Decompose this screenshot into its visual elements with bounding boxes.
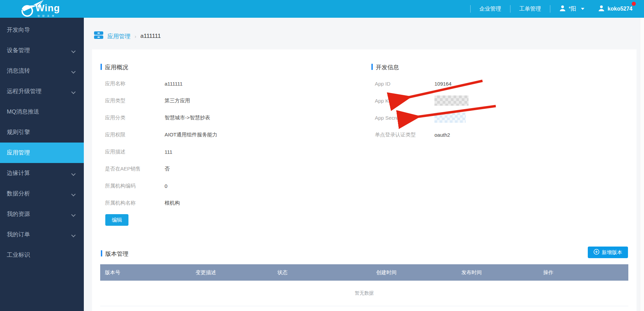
notification-dot	[632, 2, 636, 6]
field-row: App Secret	[375, 109, 579, 126]
nav-workorder-management[interactable]: 工单管理	[519, 5, 541, 13]
account-name: koko5274	[608, 6, 632, 12]
sidebar-item-message-flow[interactable]: 消息流转	[0, 61, 84, 81]
sidebar-item-remote-upgrade[interactable]: 远程升级管理	[0, 81, 84, 102]
chevron-down-icon	[71, 212, 76, 217]
app-key-masked-value	[434, 95, 469, 106]
app-name-value: a111111	[165, 81, 183, 87]
dev-info-fields: App ID109164 App Key App Secret 单点登录认证类型…	[375, 75, 579, 143]
user-menu[interactable]: *阳	[559, 5, 584, 13]
section-title-dev-info: 开发信息	[376, 63, 399, 71]
app-type-value: 第三方应用	[165, 98, 190, 104]
sidebar-item-device-management[interactable]: 设备管理	[0, 40, 84, 61]
app-permission-value: AIOT通用组件服务能力	[165, 132, 217, 138]
col-actions: 操作	[538, 264, 628, 281]
sidebar-item-data-analysis[interactable]: 数据分析	[0, 183, 84, 204]
col-create-time: 创建时间	[371, 264, 457, 281]
col-status: 状态	[273, 264, 371, 281]
field-row: 应用权限AIOT通用组件服务能力	[105, 126, 350, 143]
plus-circle-icon	[594, 249, 599, 256]
nav-divider	[550, 5, 550, 13]
sidebar-item-my-resources[interactable]: 我的资源	[0, 204, 84, 224]
section-title-version-management: 版本管理	[105, 250, 128, 258]
nav-enterprise-management[interactable]: 企业管理	[479, 5, 501, 13]
org-code-value: 0	[165, 183, 167, 189]
chevron-down-icon	[71, 90, 76, 94]
field-row: 应用类型第三方应用	[105, 92, 350, 109]
add-version-label: 新增版本	[602, 249, 622, 256]
app-id-value: 109164	[434, 81, 451, 87]
sidebar-item-dev-wizard[interactable]: 开发向导	[0, 20, 84, 40]
section-title-app-overview: 应用概况	[105, 63, 128, 71]
nav-divider	[510, 5, 510, 13]
version-table-header: 版本号 变更描述 状态 创建时间 发布时间 操作	[100, 264, 628, 281]
field-row: App ID109164	[375, 75, 579, 92]
version-table: 版本号 变更描述 状态 创建时间 发布时间 操作 暂无数据	[100, 264, 628, 306]
sidebar-item-edge-computing[interactable]: 边缘计算	[0, 163, 84, 183]
chevron-down-icon	[71, 233, 76, 237]
top-header: Wing 智联未来 企业管理 工单管理 *阳 koko5274	[0, 0, 644, 18]
app-detail-card: 应用概况 应用名称a111111 应用类型第三方应用 应用分类智慧城市->智慧抄…	[92, 49, 637, 311]
sidebar-item-mq-push[interactable]: MQ消息推送	[0, 102, 84, 122]
app-window: Wing 智联未来 企业管理 工单管理 *阳 koko5274	[0, 0, 644, 311]
sidebar-item-my-orders[interactable]: 我的订单	[0, 224, 84, 245]
user-name: *阳	[569, 5, 576, 13]
col-version-number: 版本号	[100, 264, 191, 281]
field-row: 应用描述111	[105, 143, 350, 160]
aep-sale-value: 否	[165, 166, 170, 172]
edit-button[interactable]: 编辑	[105, 214, 128, 226]
field-row: 单点登录认证类型oauth2	[375, 126, 579, 143]
app-overview-fields: 应用名称a111111 应用类型第三方应用 应用分类智慧城市->智慧抄表 应用权…	[105, 75, 350, 211]
field-row: 是否在AEP销售否	[105, 160, 350, 177]
logo-subtext: 智联未来	[37, 14, 57, 18]
col-change-description: 变更描述	[191, 264, 273, 281]
field-row: 应用分类智慧城市->智慧抄表	[105, 109, 350, 126]
app-description-value: 111	[165, 149, 172, 155]
sidebar-item-rule-engine[interactable]: 规则引擎	[0, 122, 84, 143]
chevron-down-icon	[71, 49, 76, 53]
sidebar: 开发向导 设备管理 消息流转 远程升级管理 MQ消息推送 规则引擎 应用管理 边…	[0, 18, 84, 311]
chevron-down-icon	[71, 192, 76, 196]
add-version-button[interactable]: 新增版本	[588, 247, 628, 258]
breadcrumb-current-app: a111111	[140, 33, 161, 40]
sidebar-item-industrial-id[interactable]: 工业标识	[0, 245, 84, 265]
breadcrumb: 应用管理 › a111111	[94, 29, 161, 43]
breadcrumb-separator: ›	[135, 33, 136, 39]
sso-type-value: oauth2	[434, 132, 450, 138]
app-management-icon	[94, 31, 103, 41]
sidebar-item-app-management[interactable]: 应用管理	[0, 143, 84, 163]
chevron-down-icon	[71, 69, 76, 74]
logo-text: Wing	[35, 3, 60, 14]
user-icon	[559, 5, 566, 13]
account-menu[interactable]: koko5274	[598, 5, 632, 13]
ctwing-logo[interactable]: Wing 智联未来	[20, 1, 71, 18]
chevron-down-icon	[581, 8, 584, 10]
col-publish-time: 发布时间	[457, 264, 538, 281]
chevron-down-icon	[71, 172, 76, 176]
empty-table-placeholder: 暂无数据	[100, 281, 628, 306]
vertical-scrollbar[interactable]	[640, 18, 644, 311]
breadcrumb-app-management[interactable]: 应用管理	[107, 32, 131, 40]
field-row: App Key	[375, 92, 579, 109]
top-nav: 企业管理 工单管理 *阳 koko5274	[461, 0, 632, 18]
field-row: 所属机构编码0	[105, 177, 350, 194]
nav-divider	[470, 5, 471, 13]
org-name-value: 根机构	[165, 200, 180, 206]
account-icon	[598, 5, 605, 13]
field-row: 所属机构名称根机构	[105, 194, 350, 211]
field-row: 应用名称a111111	[105, 75, 350, 92]
app-category-value: 智慧城市->智慧抄表	[165, 115, 210, 121]
app-secret-masked-value	[434, 113, 466, 123]
